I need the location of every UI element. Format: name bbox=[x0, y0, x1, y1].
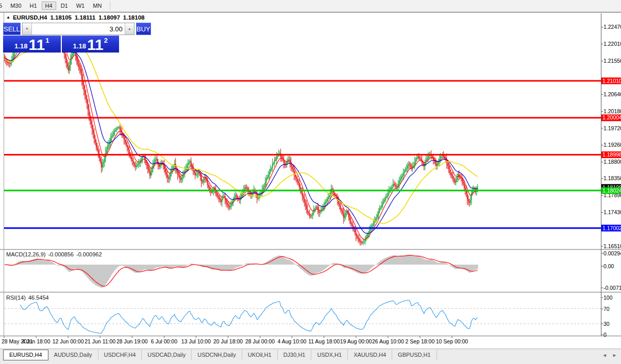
price-level-label: 1.20004 bbox=[601, 114, 621, 121]
date-tick-label: 4 Aug 10:00 bbox=[278, 338, 307, 344]
price-tick-label: 1.19720 bbox=[603, 125, 621, 131]
timeframe-button-5[interactable]: 5 bbox=[0, 2, 6, 10]
bid-price-prefix: 1.18 bbox=[14, 42, 27, 50]
volume-increase-icon[interactable]: ▲ bbox=[125, 23, 134, 34]
timeframe-button-H4[interactable]: H4 bbox=[42, 2, 56, 10]
macd-value-signal: -0.000962 bbox=[76, 251, 102, 257]
tab-gbpusd-h1[interactable]: GBPUSD,H1 bbox=[392, 350, 437, 360]
timeframe-toolbar: 5M30H1H4D1W1MN bbox=[0, 0, 621, 12]
macd-indicator-label: MACD(12,26,9)-0.000856-0.000962 bbox=[6, 251, 105, 257]
date-tick-label: 11 Aug 18:00 bbox=[308, 338, 340, 344]
tab-eurusd-h4[interactable]: EURUSD,H4 bbox=[3, 350, 48, 360]
tab-usdchf-h4[interactable]: USDCHF,H4 bbox=[98, 350, 142, 360]
svg-text:100: 100 bbox=[603, 294, 613, 301]
svg-text:30: 30 bbox=[603, 321, 610, 327]
chart-frame bbox=[0, 13, 621, 336]
rsi-indicator-label: RSI(14)46.5454 bbox=[6, 294, 52, 301]
tab-dj30-h1[interactable]: DJ30,H1 bbox=[278, 350, 312, 360]
volume-input[interactable] bbox=[32, 23, 125, 34]
price-tick-label: 1.21550 bbox=[603, 58, 621, 64]
price-tick-label: 1.22010 bbox=[603, 41, 621, 47]
chart-tabs: EURUSD,H4AUDUSD,DailyUSDCHF,H4USDCAD,Dai… bbox=[0, 349, 621, 360]
price-tick-label: 1.20180 bbox=[603, 108, 621, 114]
svg-text:0.00: 0.00 bbox=[603, 263, 614, 269]
volume-decrease-icon[interactable]: ▼ bbox=[23, 23, 32, 34]
ohlc-low: 1.18097 bbox=[98, 14, 120, 21]
ohlc-open: 1.18105 bbox=[50, 14, 72, 21]
tab-audusd-daily[interactable]: AUDUSD,Daily bbox=[48, 350, 98, 360]
macd-name: MACD(12,26,9) bbox=[6, 251, 45, 257]
ask-price-box[interactable]: 1.18 11 2 bbox=[62, 36, 120, 53]
ask-price-sup: 2 bbox=[104, 37, 108, 44]
svg-text:1.18024: 1.18024 bbox=[602, 187, 621, 194]
volume-spinner: ▼ ▲ bbox=[22, 23, 135, 35]
one-click-trading-panel: SELL ▼ ▲ BUY 1.18 11 1 1.18 11 2 bbox=[3, 23, 119, 53]
date-tick-label: 12 Jun 00:00 bbox=[53, 338, 84, 344]
panel-separators[interactable] bbox=[0, 250, 621, 336]
date-tick-label: 26 Aug 10:00 bbox=[372, 338, 404, 344]
tab-ukoil-h1[interactable]: UKOil,H1 bbox=[242, 350, 278, 360]
price-tick-label: 1.18800 bbox=[603, 159, 621, 165]
macd-value-main: -0.000856 bbox=[48, 251, 74, 257]
date-tick-label: 4 Jun 18:00 bbox=[22, 338, 51, 344]
price-tick-label: 1.22470 bbox=[603, 24, 621, 30]
tab-scroll-right-icon[interactable]: ► bbox=[612, 353, 617, 358]
price-level-label: 1.17002 bbox=[601, 225, 621, 232]
tab-usdcnh-daily[interactable]: USDCNH,Daily bbox=[192, 350, 242, 360]
timeframe-button-W1[interactable]: W1 bbox=[73, 2, 89, 10]
svg-text:70: 70 bbox=[603, 306, 610, 312]
svg-text:1.17002: 1.17002 bbox=[602, 225, 621, 231]
bid-price-box[interactable]: 1.18 11 1 bbox=[3, 36, 61, 53]
price-level-label: 1.18024 bbox=[601, 187, 621, 194]
candlestick-series bbox=[4, 24, 478, 246]
price-tick-label: 1.17430 bbox=[603, 209, 621, 215]
price-tick-label: 1.20640 bbox=[603, 91, 621, 97]
svg-text:-0.00715: -0.00715 bbox=[603, 285, 621, 291]
rsi-name: RSI(14) bbox=[6, 294, 26, 301]
chart-title: ▲EURUSD,H41.181051.181111.180971.18108 bbox=[6, 14, 147, 21]
rsi-axis: 10070300 bbox=[601, 294, 613, 338]
chart-tab-bar: EURUSD,H4AUDUSD,DailyUSDCHF,H4USDCAD,Dai… bbox=[0, 349, 621, 364]
date-tick-label: 13 Jul 10:00 bbox=[181, 338, 211, 344]
mt4-terminal-window: 5M30H1H4D1W1MN 1.224701.220101.215501.20… bbox=[0, 0, 621, 364]
date-tick-label: 2 Sep 18:00 bbox=[406, 338, 435, 344]
svg-text:0: 0 bbox=[603, 332, 607, 338]
macd-axis: 0.0029470.00-0.00715 bbox=[601, 250, 621, 291]
timeframe-button-M30[interactable]: M30 bbox=[7, 2, 25, 10]
price-tick-label: 1.16510 bbox=[603, 243, 621, 249]
buy-button[interactable]: BUY bbox=[136, 23, 151, 35]
support-resistance-lines bbox=[4, 81, 601, 228]
ohlc-high: 1.18111 bbox=[75, 14, 95, 21]
timeframe-button-MN[interactable]: MN bbox=[89, 2, 105, 10]
date-ticks bbox=[4, 336, 452, 338]
date-tick-label: 6 Jul 00:00 bbox=[151, 338, 177, 344]
ma-fast-line bbox=[5, 29, 478, 239]
date-tick-label: 21 Jun 11:00 bbox=[85, 338, 115, 344]
toolbar-separator bbox=[110, 1, 110, 10]
moving-averages bbox=[5, 29, 478, 239]
tab-scroll-arrows: ◄ ► bbox=[598, 353, 617, 358]
sell-button[interactable]: SELL bbox=[3, 23, 21, 35]
ma-slow-line bbox=[5, 37, 478, 223]
chart-symbol-label: EURUSD,H4 bbox=[13, 14, 47, 21]
tab-scroll-left-icon[interactable]: ◄ bbox=[602, 353, 607, 358]
date-tick-label: 28 Jul 00:00 bbox=[245, 338, 275, 344]
collapse-panel-icon[interactable]: ▲ bbox=[6, 15, 10, 20]
tab-usdx-h1[interactable]: USDX,H1 bbox=[311, 350, 348, 360]
tab-xauusd-h4[interactable]: XAUUSD,H4 bbox=[348, 350, 392, 360]
price-level-label: 1.21010 bbox=[601, 78, 621, 84]
date-tick-label: 10 Sep 00:00 bbox=[436, 338, 468, 344]
ask-price-big: 11 bbox=[87, 38, 104, 51]
price-chart-canvas[interactable]: 1.224701.220101.215501.206401.201801.197… bbox=[0, 0, 621, 364]
tab-usdcad-daily[interactable]: USDCAD,Daily bbox=[142, 350, 192, 360]
timeframe-button-H1[interactable]: H1 bbox=[26, 2, 41, 10]
rsi-value: 46.5454 bbox=[28, 294, 49, 301]
bid-price-sup: 1 bbox=[45, 37, 49, 44]
timeframe-buttons: 5M30H1H4D1W1MN bbox=[0, 2, 106, 10]
date-tick-label: 28 Jun 19:00 bbox=[116, 338, 148, 344]
rsi-panel bbox=[4, 300, 601, 334]
timeframe-button-D1[interactable]: D1 bbox=[57, 2, 72, 10]
macd-panel bbox=[5, 255, 478, 288]
svg-text:0.002947: 0.002947 bbox=[603, 250, 621, 256]
svg-text:1.18998: 1.18998 bbox=[602, 151, 621, 158]
